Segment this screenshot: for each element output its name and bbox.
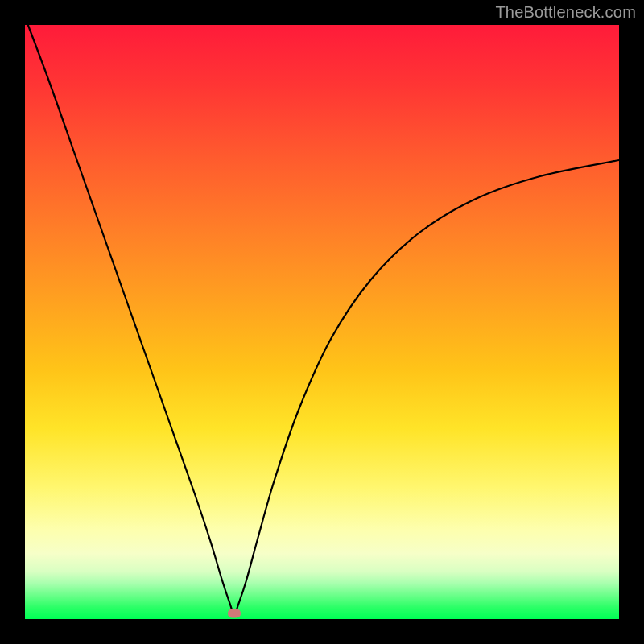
chart-plot-area: [25, 25, 619, 619]
optimum-marker: [228, 609, 241, 618]
curve-svg: [25, 25, 619, 619]
watermark-text: TheBottleneck.com: [495, 3, 636, 22]
bottleneck-curve: [25, 25, 619, 615]
